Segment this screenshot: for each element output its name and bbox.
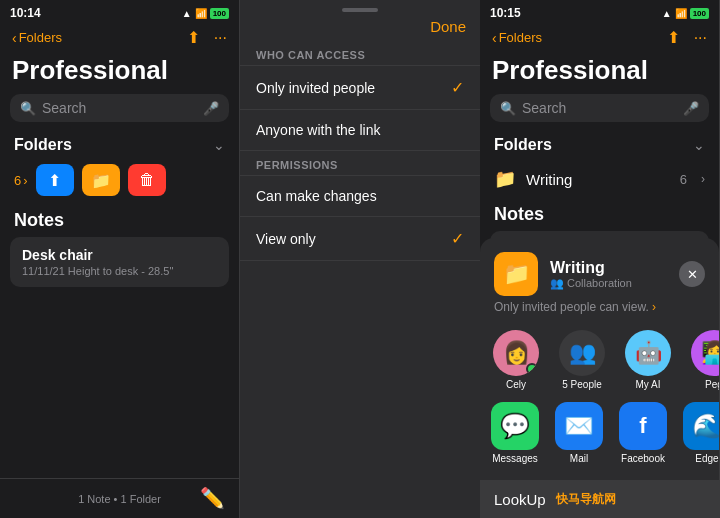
panel-middle: Done WHO CAN ACCESS Only invited people … (240, 0, 480, 518)
avatar-name-cely: Cely (506, 379, 526, 390)
sheet-handle (342, 8, 378, 12)
notes-title-right: Notes (480, 198, 719, 231)
app-item-mail[interactable]: ✉️ Mail (552, 402, 606, 464)
avatar-item-cely[interactable]: 👩 Cely (490, 330, 542, 390)
collab-access-text[interactable]: Only invited people can view. › (480, 300, 719, 324)
collab-access-chevron: › (652, 300, 656, 314)
toolbar-delete-btn[interactable]: 🗑 (128, 164, 166, 196)
avatar-circle-myai: 🤖 (625, 330, 671, 376)
folder-item-writing[interactable]: 📁 Writing 6 › (480, 160, 719, 198)
back-button-left[interactable]: ‹ Folders (12, 30, 62, 46)
perm-option-changes-label: Can make changes (256, 188, 377, 204)
mic-icon-right[interactable]: 🎤 (683, 101, 699, 116)
folders-header-left[interactable]: Folders ⌄ (0, 132, 239, 160)
page-title-left: Professional (0, 53, 239, 94)
app-name-mail: Mail (570, 453, 588, 464)
panel-left: 10:14 ▲ 📶 100 ‹ Folders ⬆ ··· Profession… (0, 0, 240, 518)
collab-info: Writing 👥 Collaboration (550, 259, 667, 290)
app-item-facebook[interactable]: f Facebook (616, 402, 670, 464)
collab-sub: 👥 Collaboration (550, 277, 667, 290)
back-button-right[interactable]: ‹ Folders (492, 30, 542, 46)
nav-bar-right: ‹ Folders ⬆ ··· (480, 26, 719, 53)
search-input-left[interactable]: Search (42, 100, 197, 116)
online-indicator-cely (526, 363, 538, 375)
folder-count: 6 › (14, 173, 28, 188)
folders-title-left: Folders (14, 136, 72, 154)
signal-icon-left: ▲ (182, 8, 192, 19)
permissions-section-label: PERMISSIONS (240, 151, 480, 175)
app-name-messages: Messages (492, 453, 538, 464)
access-option-invited-check: ✓ (451, 78, 464, 97)
folder-icon-writing: 📁 (494, 168, 516, 190)
collab-folder-name: Writing (550, 259, 667, 277)
search-bar-right[interactable]: 🔍 Search 🎤 (490, 94, 709, 122)
app-item-edge[interactable]: 🌊 Edge (680, 402, 719, 464)
note-title-left: Desk chair (22, 247, 217, 263)
avatar-circle-5people: 👥 (559, 330, 605, 376)
more-button-left[interactable]: ··· (214, 29, 227, 47)
app-name-edge: Edge (695, 453, 718, 464)
search-icon-right: 🔍 (500, 101, 516, 116)
nav-actions-left: ⬆ ··· (187, 28, 227, 47)
battery-right: 100 (690, 8, 709, 19)
nav-bar-left: ‹ Folders ⬆ ··· (0, 26, 239, 53)
collab-people-icon: 👥 (550, 277, 564, 290)
who-section-label: WHO CAN ACCESS (240, 41, 480, 65)
toolbar-folder-btn[interactable]: 📁 (82, 164, 120, 196)
notes-title-left: Notes (0, 204, 239, 237)
compose-button-left[interactable]: ✏️ (200, 486, 225, 510)
search-bar-left[interactable]: 🔍 Search 🎤 (10, 94, 229, 122)
search-icon-left: 🔍 (20, 101, 36, 116)
folder-count-writing: 6 (680, 172, 687, 187)
signal-icon-right: ▲ (662, 8, 672, 19)
folders-title-right: Folders (494, 136, 552, 154)
folder-name-writing: Writing (526, 171, 670, 188)
avatar-circle-cely: 👩 (493, 330, 539, 376)
toolbar-row: 6 › ⬆ 📁 🗑 (0, 160, 239, 204)
share-button-right[interactable]: ⬆ (667, 28, 680, 47)
count-chevron: › (23, 173, 27, 188)
folders-chevron-right: ⌄ (693, 137, 705, 153)
avatar-item-5people[interactable]: 👥 5 People (556, 330, 608, 390)
bottom-text-left: 1 Note • 1 Folder (78, 493, 161, 505)
mic-icon-left[interactable]: 🎤 (203, 101, 219, 116)
back-chevron-right: ‹ (492, 30, 497, 46)
collab-close-button[interactable]: ✕ (679, 261, 705, 287)
app-icon-messages: 💬 (491, 402, 539, 450)
more-button-right[interactable]: ··· (694, 29, 707, 47)
perm-option-changes[interactable]: Can make changes (240, 176, 480, 217)
folder-chevron-writing: › (701, 172, 705, 186)
collab-header: 📁 Writing 👥 Collaboration ✕ (480, 238, 719, 300)
avatar-item-myai[interactable]: 🤖 My AI (622, 330, 674, 390)
panel-right: 10:15 ▲ 📶 100 ‹ Folders ⬆ ··· Profession… (480, 0, 720, 518)
avatar-name-5people: 5 People (562, 379, 601, 390)
avatar-item-peg[interactable]: 👩‍💻 Peg (688, 330, 719, 390)
note-subtitle-left: 11/11/21 Height to desk - 28.5" (22, 265, 217, 277)
done-button[interactable]: Done (430, 18, 466, 35)
app-item-messages[interactable]: 💬 Messages (488, 402, 542, 464)
status-icons-left: ▲ 📶 100 (182, 8, 229, 19)
back-chevron-left: ‹ (12, 30, 17, 46)
folders-header-right[interactable]: Folders ⌄ (480, 132, 719, 160)
lookup-bar[interactable]: LookUp 快马导航网 (480, 480, 719, 518)
avatar-name-myai: My AI (635, 379, 660, 390)
wifi-icon-left: 📶 (195, 8, 207, 19)
app-icon-facebook: f (619, 402, 667, 450)
lookup-label: LookUp (494, 491, 546, 508)
share-button-left[interactable]: ⬆ (187, 28, 200, 47)
bottom-bar-left: 1 Note • 1 Folder ✏️ (0, 478, 239, 518)
access-option-link[interactable]: Anyone with the link (240, 110, 480, 151)
lookup-brand: 快马导航网 (556, 491, 616, 508)
access-option-invited[interactable]: Only invited people ✓ (240, 66, 480, 110)
time-left: 10:14 (10, 6, 41, 20)
avatar-circle-peg: 👩‍💻 (691, 330, 719, 376)
toolbar-share-btn[interactable]: ⬆ (36, 164, 74, 196)
status-bar-right: 10:15 ▲ 📶 100 (480, 0, 719, 26)
perm-option-view-label: View only (256, 231, 316, 247)
nav-actions-right: ⬆ ··· (667, 28, 707, 47)
perm-option-view[interactable]: View only ✓ (240, 217, 480, 261)
apps-row: 💬 Messages ✉️ Mail f Facebook 🌊 Edge (480, 394, 719, 468)
note-item-left[interactable]: Desk chair 11/11/21 Height to desk - 28.… (10, 237, 229, 287)
search-input-right[interactable]: Search (522, 100, 677, 116)
perm-option-view-check: ✓ (451, 229, 464, 248)
